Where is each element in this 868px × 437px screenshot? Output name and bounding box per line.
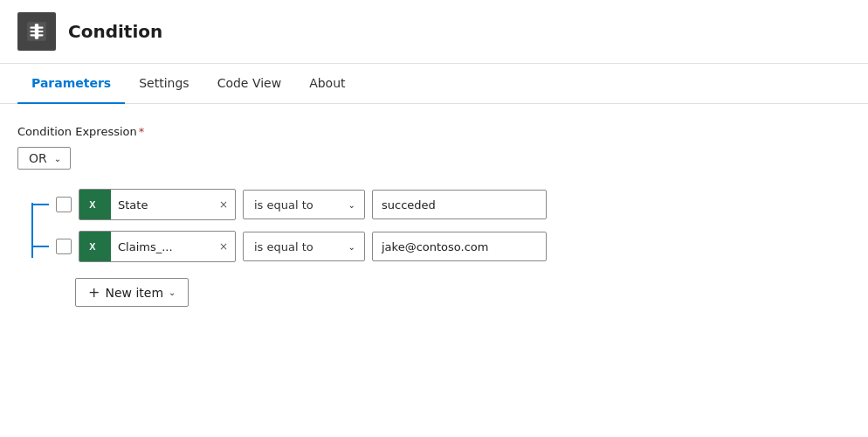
svg-text:X: X — [89, 199, 96, 210]
row-1-checkbox[interactable] — [56, 197, 72, 212]
row-1-field-label: State — [111, 198, 212, 212]
row-1-operator-value: is equal to — [254, 198, 313, 212]
row-2-operator-dropdown[interactable]: is equal to ⌄ — [243, 232, 365, 261]
chevron-down-icon: ⌄ — [348, 242, 355, 252]
row-1-operator-dropdown[interactable]: is equal to ⌄ — [243, 190, 365, 219]
row-1-close-icon[interactable]: × — [212, 198, 235, 211]
row-1-excel-icon: X — [79, 190, 111, 219]
connector-h-1 — [31, 204, 49, 205]
tab-codeview[interactable]: Code View — [203, 64, 296, 104]
plus-icon: + — [88, 284, 100, 301]
row-2-value-field[interactable]: jake@contoso.com — [372, 232, 547, 261]
row-2-close-icon[interactable]: × — [212, 240, 235, 253]
tab-bar: Parameters Settings Code View About — [0, 64, 868, 104]
condition-icon — [17, 12, 56, 51]
new-item-label: New item — [105, 286, 163, 300]
or-dropdown-value: OR — [29, 151, 47, 165]
chevron-down-icon: ⌄ — [54, 154, 61, 163]
row-1-value-field[interactable]: succeded — [372, 190, 547, 219]
condition-expression-label: Condition Expression* — [17, 125, 851, 138]
chevron-down-icon: ⌄ — [169, 288, 176, 297]
page-title: Condition — [68, 21, 162, 42]
row-2-checkbox[interactable] — [56, 239, 72, 254]
bracket-vertical-line — [31, 203, 33, 258]
row-2-operator-value: is equal to — [254, 240, 313, 253]
content-area: Condition Expression* OR ⌄ X State — [0, 104, 868, 328]
or-dropdown[interactable]: OR ⌄ — [17, 147, 71, 170]
tab-about[interactable]: About — [295, 64, 359, 104]
svg-rect-4 — [35, 24, 38, 38]
svg-text:X: X — [89, 241, 96, 252]
tab-parameters[interactable]: Parameters — [17, 64, 125, 104]
row-2-field-pill[interactable]: X Claims_... × — [79, 231, 236, 262]
row-2-excel-icon: X — [79, 232, 111, 261]
condition-row-2: X Claims_... × is equal to ⌄ jake@contos… — [31, 225, 851, 267]
row-2-field-label: Claims_... — [111, 240, 212, 253]
row-1-field-pill[interactable]: X State × — [79, 189, 236, 220]
tab-settings[interactable]: Settings — [125, 64, 203, 104]
conditions-container: X State × is equal to ⌄ succeded — [31, 184, 851, 307]
condition-row-1: X State × is equal to ⌄ succeded — [31, 184, 851, 225]
required-marker: * — [139, 125, 145, 138]
page-header: Condition — [0, 0, 868, 64]
chevron-down-icon: ⌄ — [348, 200, 355, 210]
connector-h-2 — [31, 246, 49, 247]
new-item-button[interactable]: + New item ⌄ — [75, 278, 189, 307]
